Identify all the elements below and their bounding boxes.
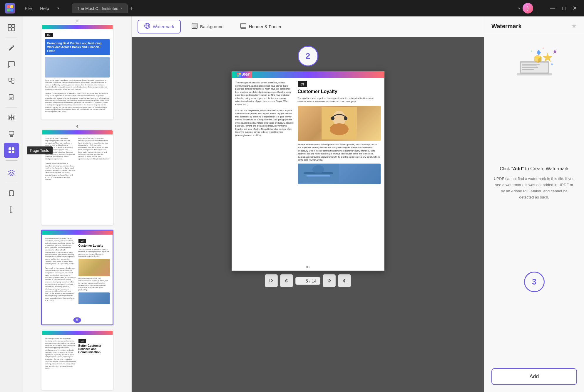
step-circle-2: 2 (298, 46, 318, 66)
sidebar-divider-1 (6, 38, 17, 38)
thumbnail-panel: 3 02 Promoting Best Practice and Reducin… (23, 16, 132, 392)
svg-rect-31 (237, 73, 239, 75)
title-bar-controls: ▾ ) — □ ✕ (518, 3, 579, 14)
main-layout: Page Tools 3 (0, 16, 584, 392)
svg-point-62 (531, 51, 532, 52)
svg-rect-38 (333, 124, 346, 133)
page-total: 14 (312, 278, 317, 283)
sidebar-item-bookmark[interactable] (4, 186, 19, 201)
sidebar-item-pages[interactable] (4, 90, 19, 105)
svg-rect-9 (12, 78, 14, 80)
pdf-section-desc: Through the use of paperless banking met… (298, 97, 381, 103)
sidebar-item-edit[interactable] (4, 40, 19, 55)
svg-rect-42 (344, 117, 346, 120)
header-footer-button[interactable]: Header & Footer (234, 20, 287, 33)
svg-rect-8 (9, 78, 11, 81)
page-separator: / (309, 278, 310, 283)
help-menu[interactable]: Help (36, 4, 53, 13)
svg-rect-41 (333, 117, 334, 120)
maximize-button[interactable]: □ (560, 4, 568, 13)
sidebar-divider-3 (6, 160, 17, 161)
pdf-section-title: Customer Loyalty (298, 89, 381, 94)
pdf-left-text-2: As a result of the pressure, banks have … (235, 109, 294, 137)
header-footer-icon (240, 23, 247, 31)
active-tab[interactable]: The Most C...Institutes × (72, 4, 128, 13)
svg-point-46 (312, 165, 324, 174)
svg-rect-45 (307, 175, 330, 176)
pdf-left-column: The management of banks' current operati… (235, 81, 294, 267)
top-toolbar: Watermark Background (132, 16, 484, 37)
favorite-button[interactable]: ★ (571, 22, 577, 30)
thumb-img-3: 02 Promoting Best Practice and Reducing … (41, 24, 113, 120)
sidebar-divider-2 (6, 107, 17, 107)
thumb-img-4: Commercial banks have been employing pap… (41, 130, 113, 225)
close-tab-icon[interactable]: × (121, 6, 123, 11)
watermark-button[interactable]: Watermark (138, 20, 181, 33)
add-watermark-button[interactable]: Add (491, 368, 577, 385)
last-page-button[interactable] (338, 274, 351, 287)
tab-bar: The Most C...Institutes × + (72, 4, 515, 13)
page-number-input[interactable] (299, 278, 308, 283)
logo-icon (5, 3, 15, 14)
svg-rect-0 (7, 5, 10, 8)
next-page-button[interactable] (323, 274, 336, 287)
pdf-section-num: 03 (298, 81, 307, 87)
thumb-num-3: 3 (76, 19, 78, 23)
svg-rect-50 (522, 64, 540, 65)
file-menu[interactable]: File (21, 4, 35, 13)
dropdown-arrow[interactable]: ▾ (54, 4, 63, 13)
svg-rect-5 (12, 24, 15, 27)
right-panel-header: Watermark ★ (484, 16, 584, 35)
thumb-badge-5: 5 (73, 317, 81, 323)
thumbnail-item-5[interactable]: The management of banks' current operati… (25, 230, 129, 325)
thumbnail-item-3[interactable]: 3 02 Promoting Best Practice and Reducin… (25, 19, 129, 120)
sidebar-item-thumbnail[interactable] (4, 20, 19, 35)
sidebar-item-page-tools-wrapper: Page Tools (4, 143, 19, 158)
first-page-button[interactable] (265, 274, 278, 287)
thumbnail-item-4[interactable]: 4 Commercial banks have been employing p… (25, 124, 129, 225)
svg-rect-52 (522, 67, 538, 68)
svg-rect-21 (9, 151, 11, 153)
thumb-img-5: The management of banks' current operati… (41, 230, 113, 325)
svg-marker-56 (537, 50, 541, 55)
pdf-left-text: The management of banks' current operati… (235, 81, 294, 106)
svg-rect-1 (10, 5, 13, 8)
add-tab-button[interactable]: + (128, 4, 136, 13)
svg-rect-22 (12, 151, 14, 153)
sidebar-item-comment[interactable] (4, 57, 19, 72)
right-panel-title: Watermark (491, 23, 522, 30)
thumb-num-4: 4 (76, 124, 78, 129)
svg-marker-55 (553, 49, 557, 54)
svg-rect-6 (8, 28, 11, 31)
prev-page-button[interactable] (280, 274, 293, 287)
sidebar-item-organize[interactable] (4, 73, 19, 88)
svg-rect-4 (8, 24, 11, 27)
sidebar-item-attachment[interactable] (4, 202, 19, 217)
thumb-img-6: A new requirement for customers practici… (41, 330, 113, 390)
dropdown-chevron-icon[interactable]: ▾ (518, 6, 520, 11)
window-controls: — □ ✕ (548, 4, 579, 13)
svg-rect-16 (10, 135, 13, 137)
title-bar: File Help ▾ The Most C...Institutes × + … (0, 0, 584, 16)
sidebar-item-page-tools[interactable] (4, 143, 19, 158)
sidebar-left: Page Tools (0, 16, 23, 392)
minimize-button[interactable]: — (548, 4, 558, 13)
close-button[interactable]: ✕ (570, 4, 579, 13)
pdf-page-content: The management of banks' current operati… (232, 78, 384, 270)
sidebar-item-convert[interactable] (4, 110, 19, 125)
svg-rect-53 (522, 69, 534, 70)
svg-rect-30 (241, 27, 246, 28)
svg-rect-3 (10, 9, 13, 11)
sidebar-item-layers[interactable] (4, 165, 19, 181)
tab-title: The Most C...Institutes (77, 6, 118, 11)
thumbnail-item-6[interactable]: A new requirement for customers practici… (25, 330, 129, 390)
right-panel-body: Click "Add" to Create Watermark UPDF can… (484, 35, 584, 392)
pdf-header-bar: UPDF (232, 71, 384, 78)
pdf-image-2 (298, 164, 381, 184)
svg-rect-7 (12, 28, 15, 31)
avatar[interactable]: ) (523, 3, 533, 14)
svg-rect-20 (12, 147, 14, 150)
background-icon (191, 23, 198, 31)
background-button[interactable]: Background (185, 20, 230, 33)
sidebar-item-stamp[interactable] (4, 126, 19, 142)
